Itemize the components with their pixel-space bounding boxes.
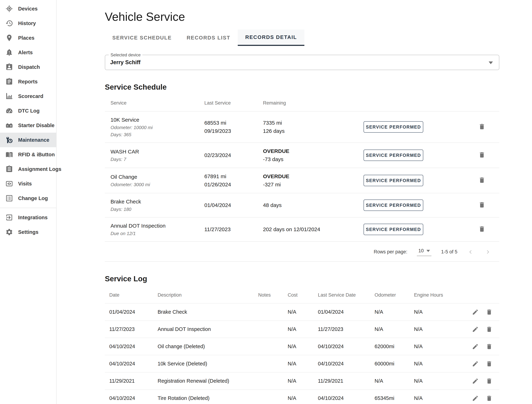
overdue-badge: OVERDUE [263, 172, 364, 180]
delete-icon[interactable] [478, 201, 485, 208]
delete-icon[interactable] [478, 225, 485, 233]
log-date: 11/29/2021 [109, 378, 158, 384]
log-last-service-date: 11/27/2023 [318, 326, 374, 332]
settings-gear-icon [5, 228, 13, 236]
sidebar-item-label: Devices [18, 6, 38, 12]
remaining-cell: OVERDUE-73 days [263, 147, 364, 163]
last-service-cell: 02/23/2024 [204, 151, 263, 159]
section-divider [105, 261, 499, 262]
service-schedule-title: Service Schedule [105, 83, 499, 91]
column-odometer: Odometer [374, 292, 414, 298]
log-description: Tire Rotation (Deleted) [158, 395, 258, 401]
selected-device-value: Jerry Schiff [110, 59, 140, 66]
sidebar-item-label: Reports [18, 79, 38, 85]
remaining-cell: 7335 mi126 days [263, 119, 364, 135]
service-performed-button[interactable]: SERVICE PERFORMED [364, 149, 423, 161]
edit-icon[interactable] [472, 378, 479, 385]
remaining-cell: 202 days on 12/01/2024 [263, 225, 364, 233]
log-description: Brake Check [158, 309, 258, 315]
alert-bell-icon [5, 49, 13, 56]
column-service: Service [105, 100, 204, 106]
sidebar-item-scorecard[interactable]: Scorecard [0, 89, 56, 103]
edit-icon[interactable] [472, 326, 479, 333]
sidebar-item-maintenance[interactable]: Maintenance [0, 133, 56, 147]
tab-records-detail[interactable]: RECORDS DETAIL [238, 30, 304, 46]
sidebar-item-dispatch[interactable]: Dispatch [0, 60, 56, 74]
tab-service-schedule[interactable]: SERVICE SCHEDULE [105, 30, 179, 46]
delete-icon[interactable] [486, 309, 493, 315]
edit-icon[interactable] [472, 395, 479, 402]
log-description: 10k Service (Deleted) [158, 361, 258, 367]
sidebar-item-visits[interactable]: Visits [0, 176, 56, 191]
service-performed-button[interactable]: SERVICE PERFORMED [364, 121, 423, 133]
sidebar-nav: Devices History Places Alerts Dispatch R… [0, 0, 57, 404]
sidebar-item-assignment-logs[interactable]: Assignment Logs [0, 162, 56, 176]
column-cost: Cost [288, 292, 318, 298]
scorecard-chart-icon [5, 92, 13, 100]
service-performed-button[interactable]: SERVICE PERFORMED [364, 175, 423, 186]
delete-icon[interactable] [478, 123, 485, 130]
log-cost: N/A [288, 361, 318, 367]
change-log-list-icon [5, 194, 13, 202]
sidebar-item-rfid-ibutton[interactable]: RFID & iButton [0, 147, 56, 162]
log-engine-hours: N/A [414, 326, 467, 332]
log-cost: N/A [288, 378, 318, 384]
log-date: 04/10/2024 [109, 361, 158, 367]
history-icon [5, 19, 13, 27]
service-schedule-header: Service Last Service Remaining [105, 94, 499, 111]
delete-icon[interactable] [478, 151, 485, 158]
delete-icon[interactable] [486, 395, 493, 402]
delete-icon[interactable] [486, 360, 493, 367]
rows-per-page-value: 10 [418, 248, 424, 254]
log-last-service-date: 01/04/2024 [318, 309, 374, 315]
edit-icon[interactable] [472, 309, 479, 315]
maintenance-wrench-icon [5, 136, 13, 144]
delete-icon[interactable] [486, 343, 493, 350]
sidebar-item-change-log[interactable]: Change Log [0, 191, 56, 205]
log-cost: N/A [288, 395, 318, 401]
previous-page-button[interactable] [467, 248, 474, 256]
place-pin-icon [5, 34, 13, 42]
selected-device-select[interactable]: Selected device Jerry Schiff [105, 55, 499, 70]
delete-icon[interactable] [486, 326, 493, 333]
sidebar-item-settings[interactable]: Settings [0, 225, 56, 239]
sidebar-item-starter-disable[interactable]: Starter Disable [0, 118, 56, 133]
log-engine-hours: N/A [414, 309, 467, 315]
service-name: Annual DOT Inspection [111, 222, 204, 230]
sidebar-item-devices[interactable]: Devices [0, 1, 56, 16]
sidebar-item-reports[interactable]: Reports [0, 74, 56, 89]
sidebar-item-integrations[interactable]: Integrations [0, 210, 56, 225]
tab-label: RECORDS DETAIL [245, 34, 297, 40]
delete-icon[interactable] [486, 378, 493, 385]
tab-label: SERVICE SCHEDULE [112, 35, 172, 41]
service-name: Oil Change [111, 173, 204, 181]
sidebar-item-history[interactable]: History [0, 16, 56, 31]
log-last-service-date: 04/10/2024 [318, 361, 374, 367]
service-details: Days: 7 [111, 156, 204, 163]
service-log-row: 01/04/2024 Brake Check N/A 01/04/2024 N/… [105, 303, 499, 321]
service-log-row: 04/10/2024 Oil change (Deleted) N/A 04/1… [105, 338, 499, 355]
sidebar-divider [0, 208, 56, 208]
edit-icon[interactable] [472, 360, 479, 367]
delete-icon[interactable] [478, 177, 485, 184]
sidebar-item-places[interactable]: Places [0, 31, 56, 45]
edit-icon[interactable] [472, 343, 479, 350]
log-last-service-date: 11/29/2021 [318, 378, 374, 384]
log-engine-hours: N/A [414, 395, 467, 401]
service-log-row: 04/10/2024 Tire Rotation (Deleted) N/A 0… [105, 390, 499, 404]
log-odometer: N/A [374, 309, 414, 315]
tab-records-list[interactable]: RECORDS LIST [179, 30, 238, 46]
sidebar-item-alerts[interactable]: Alerts [0, 45, 56, 60]
sidebar-item-dtc-log[interactable]: DTC Log [0, 103, 56, 118]
column-notes: Notes [258, 292, 288, 298]
service-performed-button[interactable]: SERVICE PERFORMED [364, 224, 423, 235]
reports-clipboard-icon [5, 78, 13, 85]
next-page-button[interactable] [484, 248, 492, 256]
rows-per-page-select[interactable]: 10 [417, 248, 431, 256]
sidebar-item-label: History [18, 20, 36, 26]
column-engine-hours: Engine Hours [414, 292, 467, 298]
service-performed-button[interactable]: SERVICE PERFORMED [364, 199, 423, 211]
remaining-cell: 48 days [263, 201, 364, 209]
sidebar-item-label: Starter Disable [18, 122, 55, 128]
service-schedule-row: WASH CAR Days: 7 02/23/2024 OVERDUE-73 d… [105, 143, 499, 168]
